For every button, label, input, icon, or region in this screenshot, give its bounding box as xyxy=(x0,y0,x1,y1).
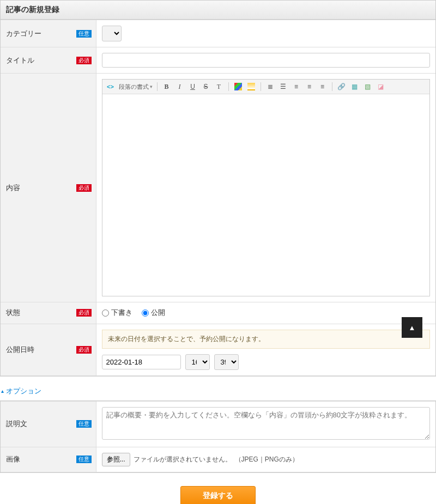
editor-toolbar: <> 段落の書式 B I U S T ≣ ☰ ≡ xyxy=(102,80,430,94)
badge-required: 必須 xyxy=(76,184,92,192)
label-status: 状態 必須 xyxy=(1,302,96,324)
label-description: 説明文 任意 xyxy=(1,401,96,447)
bold-icon[interactable]: B xyxy=(162,82,172,92)
badge-required: 必須 xyxy=(76,309,92,317)
align-left-icon[interactable]: ≡ xyxy=(292,82,301,92)
options-toggle[interactable]: オプション xyxy=(0,382,436,400)
unordered-list-icon[interactable]: ☰ xyxy=(278,82,288,92)
badge-required: 必須 xyxy=(76,57,92,64)
table-icon[interactable]: ▦ xyxy=(350,82,360,92)
image-icon[interactable]: ▧ xyxy=(363,82,373,92)
submit-button[interactable]: 登録する xyxy=(180,486,256,505)
label-content: 内容 必須 xyxy=(1,74,96,302)
description-textarea[interactable] xyxy=(102,407,431,440)
publish-minute-select[interactable]: 39 xyxy=(214,354,239,370)
eraser-icon[interactable]: ◪ xyxy=(376,82,386,92)
highlight-icon[interactable] xyxy=(246,82,256,92)
label-category: カテゴリー 任意 xyxy=(1,20,96,47)
badge-optional: 任意 xyxy=(76,420,92,428)
rich-editor: <> 段落の書式 B I U S T ≣ ☰ ≡ xyxy=(102,79,431,296)
browse-button[interactable]: 参照... xyxy=(102,453,130,466)
paragraph-format-dropdown[interactable]: 段落の書式 xyxy=(119,83,153,91)
align-right-icon[interactable]: ≡ xyxy=(318,82,328,92)
label-title: タイトル 必須 xyxy=(1,47,96,74)
badge-optional: 任意 xyxy=(76,30,92,38)
link-icon[interactable]: 🔗 xyxy=(337,82,347,92)
status-draft-option[interactable]: 下書き xyxy=(102,308,132,318)
status-draft-radio[interactable] xyxy=(102,309,109,317)
label-image: 画像 任意 xyxy=(1,447,96,472)
align-center-icon[interactable]: ≡ xyxy=(305,82,314,92)
status-publish-radio[interactable] xyxy=(142,309,149,317)
badge-optional: 任意 xyxy=(76,456,92,463)
ordered-list-icon[interactable]: ≣ xyxy=(265,82,275,92)
status-publish-option[interactable]: 公開 xyxy=(142,308,165,318)
clear-format-icon[interactable]: T xyxy=(214,82,224,92)
title-input[interactable] xyxy=(102,53,431,68)
label-publish-at: 公開日時 必須 xyxy=(1,324,96,375)
file-status: ファイルが選択されていません。 xyxy=(134,455,232,464)
strike-icon[interactable]: S xyxy=(201,82,211,92)
category-select[interactable] xyxy=(102,26,122,41)
badge-required: 必須 xyxy=(76,346,92,354)
underline-icon[interactable]: U xyxy=(188,82,198,92)
editor-canvas[interactable] xyxy=(102,94,430,296)
page-title: 記事の新規登録 xyxy=(1,1,435,20)
source-icon[interactable]: <> xyxy=(106,82,116,92)
scroll-top-button[interactable]: ▲ xyxy=(402,317,422,338)
file-hint: （JPEG｜PNGのみ） xyxy=(235,455,299,464)
publish-date-input[interactable] xyxy=(102,355,181,369)
publish-note: 未来の日付を選択することで、予約公開になります。 xyxy=(102,330,431,349)
publish-hour-select[interactable]: 16 xyxy=(185,354,210,370)
text-color-icon[interactable] xyxy=(233,82,243,92)
italic-icon[interactable]: I xyxy=(175,82,185,92)
